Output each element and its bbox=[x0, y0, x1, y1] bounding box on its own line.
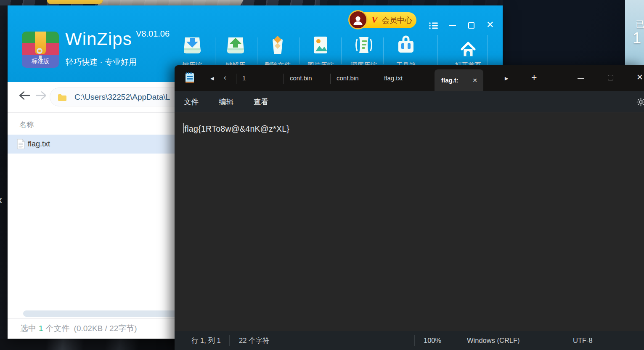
desktop-widget-text: 已 bbox=[636, 19, 644, 30]
logo-zipper-stem bbox=[39, 56, 42, 59]
desktop-wallpaper-top bbox=[0, 0, 503, 5]
tab-flagtxt-active[interactable]: flag.t: ✕ bbox=[435, 69, 483, 91]
text-caret bbox=[183, 123, 184, 133]
toolbar-toolbox-button[interactable]: 工具箱 bbox=[385, 34, 427, 58]
line-ending: Windows (CRLF) bbox=[467, 331, 520, 350]
notepad-tab-bar: ◀ ‹ 1 conf.bin conf.bin flag.txt flag.t:… bbox=[175, 65, 644, 91]
forward-arrow-icon bbox=[35, 90, 47, 101]
char-count: 22 个字符 bbox=[239, 331, 269, 350]
app-subtitle: 轻巧快速 · 专业好用 bbox=[66, 57, 137, 68]
desktop-screen: 已 1 ❮ 标准版 WinZips V8.01.06 轻巧快速 · 专业好用 bbox=[0, 0, 644, 350]
task-list-icon[interactable] bbox=[429, 22, 439, 31]
status-prefix: 选中 bbox=[20, 324, 36, 333]
notepad-menu-bar: 文件 编辑 查看 bbox=[175, 91, 644, 112]
tab-confbin-2[interactable]: conf.bin bbox=[331, 65, 378, 91]
active-tab-label: flag.t: bbox=[441, 69, 458, 91]
tab-1[interactable]: 1 bbox=[236, 65, 284, 91]
tab-scroll-left-button[interactable]: ◀ bbox=[210, 65, 214, 91]
new-tab-button[interactable]: + bbox=[531, 65, 537, 90]
member-center-label: 会员中心 bbox=[382, 12, 412, 28]
folder-icon bbox=[57, 93, 68, 102]
vip-v-icon: V bbox=[371, 14, 378, 25]
compress-icon bbox=[181, 34, 203, 56]
toolbar-separator bbox=[215, 37, 215, 64]
status-divider bbox=[462, 335, 462, 346]
document-icon bbox=[353, 34, 375, 56]
text-editor-area[interactable]: flag{1RTo8w@&4nK@z*XL} bbox=[175, 113, 644, 331]
toolbar-separator bbox=[257, 37, 257, 64]
trash-icon bbox=[267, 34, 289, 56]
tab-close-icon[interactable]: ✕ bbox=[472, 69, 477, 91]
minimize-button[interactable] bbox=[449, 25, 456, 26]
winzips-logo-icon: 标准版 bbox=[22, 32, 59, 68]
editor-text-line: flag{1RTo8w@&4nK@z*XL} bbox=[183, 123, 289, 134]
home-icon bbox=[458, 40, 478, 58]
wallpaper-light-patch bbox=[98, 0, 244, 5]
toolbar-separator bbox=[383, 37, 384, 64]
file-content: flag{1RTo8w@&4nK@z*XL} bbox=[185, 124, 290, 133]
selected-count: 1 bbox=[39, 324, 43, 333]
notepad-minimize-button[interactable] bbox=[578, 78, 584, 79]
status-divider bbox=[566, 335, 566, 346]
back-arrow-icon bbox=[19, 90, 30, 101]
app-title: WinZips bbox=[65, 29, 132, 49]
back-button[interactable] bbox=[19, 90, 30, 102]
maximize-button[interactable] bbox=[468, 22, 474, 29]
desktop-wallpaper-left: ❮ bbox=[0, 5, 8, 350]
extract-icon bbox=[225, 34, 246, 56]
open-homepage-button[interactable]: 打开首页 bbox=[447, 40, 489, 60]
selection-status: 选中1个文件(0.02KB / 22字节) bbox=[20, 318, 137, 339]
toolbox-icon bbox=[395, 34, 417, 56]
menu-view[interactable]: 查看 bbox=[249, 91, 273, 112]
notepad-maximize-button[interactable] bbox=[608, 75, 613, 80]
file-name: flag.txt bbox=[28, 135, 50, 154]
status-divider bbox=[414, 335, 415, 346]
person-icon bbox=[352, 14, 364, 27]
settings-gear-icon[interactable] bbox=[636, 97, 644, 109]
status-detail: (0.02KB / 22字节) bbox=[74, 324, 137, 333]
tab-scroll-right-button[interactable]: ▶ bbox=[505, 65, 508, 91]
desktop-widget-number: 1 bbox=[633, 29, 641, 47]
image-icon bbox=[310, 34, 331, 56]
wallpaper-dark-patch bbox=[320, 0, 501, 5]
notepad-window: ◀ ‹ 1 conf.bin conf.bin flag.txt flag.t:… bbox=[175, 65, 644, 350]
toolbar-separator bbox=[341, 37, 342, 64]
notepad-close-button[interactable]: ✕ bbox=[636, 65, 643, 90]
status-divider bbox=[229, 335, 230, 346]
wallpaper-edge-mark: ❮ bbox=[0, 197, 3, 203]
desktop-wallpaper-bottom bbox=[0, 339, 175, 350]
logo-zipper-pull-icon bbox=[37, 48, 42, 54]
notepad-app-icon bbox=[185, 72, 195, 86]
cursor-position: 行 1, 列 1 bbox=[191, 331, 221, 350]
toolbar-compress-button[interactable]: 键压缩 bbox=[171, 34, 213, 58]
toolbar-deep-compress-button[interactable]: 深度压缩 bbox=[343, 34, 385, 58]
status-middle: 个文件 bbox=[46, 324, 70, 333]
encoding: UTF-8 bbox=[573, 331, 593, 350]
toolbar-extract-button[interactable]: 键解压 bbox=[215, 34, 257, 58]
address-path: C:\Users\32252\AppData\L bbox=[74, 88, 170, 106]
menu-file[interactable]: 文件 bbox=[179, 91, 204, 112]
toolbar-image-compress-button[interactable]: 图片压缩 bbox=[299, 34, 342, 58]
avatar bbox=[348, 10, 368, 29]
app-version: V8.01.06 bbox=[136, 29, 170, 39]
forward-button[interactable] bbox=[35, 90, 47, 102]
wallpaper-yellow-object bbox=[47, 0, 103, 4]
notepad-status-bar: 行 1, 列 1 22 个字符 100% Windows (CRLF) UTF-… bbox=[175, 331, 644, 350]
column-header-name[interactable]: 名称 bbox=[19, 120, 34, 130]
menu-edit[interactable]: 编辑 bbox=[214, 91, 239, 112]
close-button[interactable]: ✕ bbox=[486, 19, 494, 30]
desktop-wallpaper-right: 已 1 bbox=[503, 0, 644, 74]
zoom-level: 100% bbox=[424, 331, 441, 350]
member-center-button[interactable]: V 会员中心 bbox=[349, 12, 416, 28]
tab-flagtxt[interactable]: flag.txt bbox=[378, 65, 433, 91]
text-file-icon bbox=[17, 139, 25, 149]
tab-scroll-chevron[interactable]: ‹ bbox=[224, 65, 226, 90]
toolbar-delete-button[interactable]: 删除文件 bbox=[257, 34, 299, 58]
toolbar-separator bbox=[299, 37, 299, 64]
tab-confbin-1[interactable]: conf.bin bbox=[284, 65, 330, 91]
